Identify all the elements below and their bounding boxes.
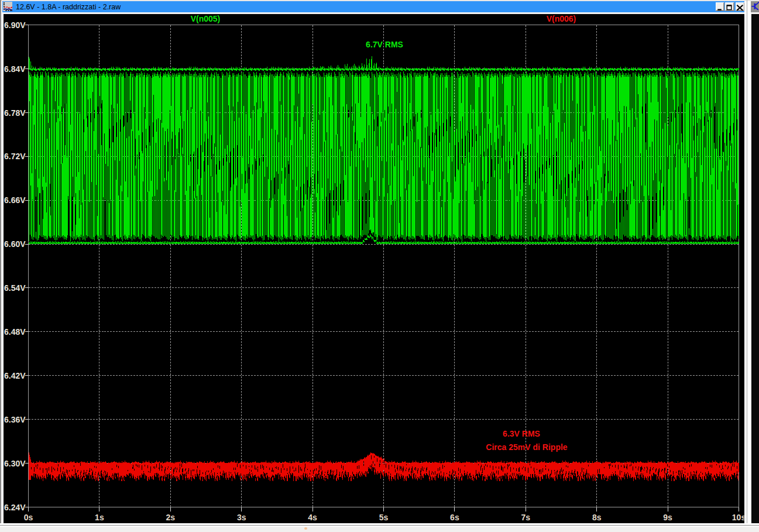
svg-text:6.72V: 6.72V	[4, 152, 26, 161]
svg-text:6.3V RMS: 6.3V RMS	[503, 429, 540, 438]
svg-text:1s: 1s	[95, 513, 104, 522]
svg-text:V(n006): V(n006)	[547, 14, 576, 23]
svg-text:0s: 0s	[24, 513, 33, 522]
svg-text:6s: 6s	[450, 513, 459, 522]
svg-text:6.42V: 6.42V	[4, 371, 26, 380]
svg-text:Circa 25mV di Ripple: Circa 25mV di Ripple	[486, 442, 567, 452]
svg-text:6.30V: 6.30V	[4, 459, 26, 468]
svg-text:6.84V: 6.84V	[4, 64, 26, 74]
svg-text:3s: 3s	[237, 513, 246, 522]
svg-text:6.78V: 6.78V	[4, 108, 26, 118]
svg-text:6.60V: 6.60V	[4, 239, 26, 249]
svg-text:6.24V: 6.24V	[4, 503, 26, 512]
svg-text:5s: 5s	[379, 513, 389, 522]
svg-text:6.48V: 6.48V	[4, 327, 26, 337]
svg-text:V(n005): V(n005)	[191, 14, 221, 23]
svg-text:7s: 7s	[521, 513, 531, 522]
svg-text:8s: 8s	[592, 513, 602, 522]
svg-text:6.54V: 6.54V	[4, 283, 26, 293]
svg-text:9s: 9s	[663, 513, 672, 522]
svg-text:6.7V RMS: 6.7V RMS	[366, 40, 403, 49]
svg-text:6.90V: 6.90V	[4, 20, 26, 30]
svg-text:2s: 2s	[166, 513, 176, 522]
svg-text:4s: 4s	[308, 513, 317, 522]
svg-text:6.66V: 6.66V	[4, 195, 26, 205]
svg-text:6.36V: 6.36V	[4, 415, 26, 424]
svg-text:10s: 10s	[732, 513, 746, 522]
